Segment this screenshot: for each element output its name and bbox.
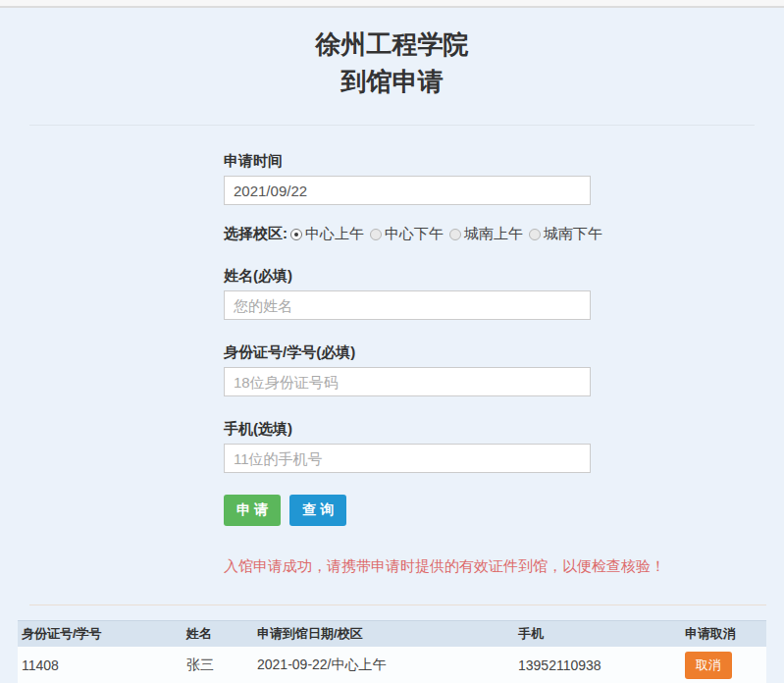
top-strip (0, 0, 784, 8)
name-input[interactable] (224, 290, 591, 320)
form-actions: 申 请 查 询 (224, 495, 591, 526)
apply-time-field: 申请时间 (224, 153, 591, 205)
col-header-id: 身份证号/学号 (18, 621, 183, 648)
radio-unselected-icon[interactable] (370, 229, 382, 240)
apply-time-input[interactable] (224, 176, 591, 205)
application-form: 申请时间 选择校区: 中心上午 中心下午 城南上午 城南下午 姓名(必填) 身份… (224, 153, 591, 576)
id-input[interactable] (224, 367, 591, 396)
query-button[interactable]: 查 询 (289, 495, 346, 526)
name-label: 姓名(必填) (224, 268, 591, 284)
radio-campus-south-am[interactable]: 城南上午 (449, 225, 523, 243)
table-header-row: 身份证号/学号 姓名 申请到馆日期/校区 手机 申请取消 (18, 621, 766, 648)
cell-cancel: 取消 (681, 647, 766, 683)
col-header-cancel: 申请取消 (681, 621, 766, 648)
radio-label[interactable]: 中心上午 (305, 225, 364, 243)
apply-time-label: 申请时间 (224, 153, 591, 169)
id-label: 身份证号/学号(必填) (224, 344, 591, 360)
cancel-button[interactable]: 取消 (685, 652, 732, 679)
cell-phone: 13952110938 (514, 647, 681, 683)
table-row: 11408 张三 2021-09-22/中心上午 13952110938 取消 (18, 647, 766, 683)
apply-button[interactable]: 申 请 (224, 495, 281, 526)
results-table: 身份证号/学号 姓名 申请到馆日期/校区 手机 申请取消 11408 张三 20… (18, 620, 766, 683)
page-title-line1: 徐州工程学院 (0, 26, 784, 63)
radio-unselected-icon[interactable] (529, 229, 541, 240)
col-header-phone: 手机 (514, 621, 681, 648)
phone-input[interactable] (224, 444, 591, 473)
name-field: 姓名(必填) (224, 268, 591, 320)
cell-id: 11408 (18, 647, 183, 683)
page-title-line2: 到馆申请 (0, 63, 784, 100)
cell-name: 张三 (183, 647, 253, 683)
col-header-name: 姓名 (183, 621, 253, 648)
radio-campus-center-pm[interactable]: 中心下午 (370, 225, 444, 243)
page-header: 徐州工程学院 到馆申请 (0, 8, 784, 100)
radio-label[interactable]: 城南下午 (544, 225, 602, 243)
phone-field: 手机(选填) (224, 421, 591, 473)
radio-unselected-icon[interactable] (449, 229, 461, 240)
campus-radio-group: 选择校区: 中心上午 中心下午 城南上午 城南下午 (224, 225, 591, 243)
id-field: 身份证号/学号(必填) (224, 344, 591, 396)
cell-date-campus: 2021-09-22/中心上午 (253, 647, 514, 683)
col-header-date-campus: 申请到馆日期/校区 (253, 621, 514, 648)
radio-label[interactable]: 中心下午 (385, 225, 444, 243)
header-divider (29, 125, 755, 126)
results-divider (29, 604, 766, 605)
phone-label: 手机(选填) (224, 421, 591, 437)
radio-campus-center-am[interactable]: 中心上午 (290, 225, 364, 243)
success-message: 入馆申请成功，请携带申请时提供的有效证件到馆，以便检查核验！ (224, 555, 667, 576)
campus-label: 选择校区: (224, 225, 287, 243)
radio-selected-icon[interactable] (290, 229, 302, 240)
radio-campus-south-pm[interactable]: 城南下午 (529, 225, 602, 243)
radio-label[interactable]: 城南上午 (464, 225, 523, 243)
